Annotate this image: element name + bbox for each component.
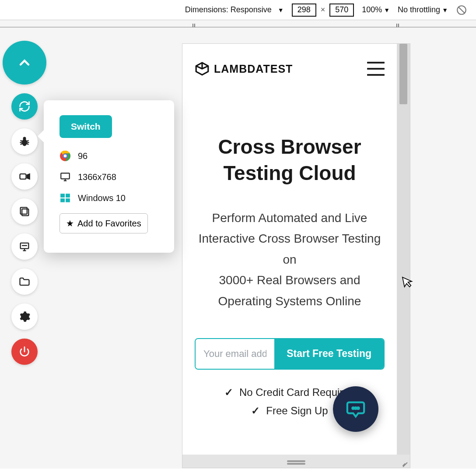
- hero-title: Cross Browser Testing Cloud: [182, 134, 397, 187]
- device-frame: LAMBDATEST Cross Browser Testing Cloud P…: [182, 43, 410, 468]
- collapse-panel-button[interactable]: [3, 41, 46, 85]
- favorites-label: Add to Favorites: [77, 219, 141, 229]
- session-popover: Switch 96 1366x768 Windows 10 ★ Add to F…: [44, 100, 174, 253]
- hero-sub-line1: Perform Automated and Live Interactive C…: [199, 211, 381, 246]
- files-button[interactable]: [11, 268, 38, 295]
- settings-button[interactable]: [11, 304, 38, 330]
- svg-line-5: [27, 141, 29, 141]
- star-icon: ★: [66, 218, 74, 229]
- caret-down-icon: ▼: [384, 7, 390, 14]
- width-input[interactable]: [292, 4, 316, 17]
- hero-title-line2: Testing Cloud: [223, 162, 356, 184]
- check-icon: ✓: [224, 386, 233, 398]
- signup-row: Start Free Testing: [195, 338, 385, 370]
- throttling-dropdown[interactable]: No throttling ▼: [398, 5, 448, 14]
- caret-down-icon: ▼: [442, 7, 448, 14]
- os-value: Windows 10: [78, 193, 126, 203]
- svg-point-2: [22, 139, 27, 146]
- dimensions-preset-dropdown[interactable]: Dimensions: Responsive ▼: [185, 5, 284, 14]
- zoom-dropdown[interactable]: 100% ▼: [362, 5, 390, 14]
- browser-version: 96: [78, 151, 88, 161]
- resize-handle-icon[interactable]: [399, 457, 409, 467]
- resolution-row: 1366x768: [60, 171, 158, 183]
- svg-point-28: [352, 407, 354, 409]
- svg-rect-13: [21, 208, 27, 214]
- svg-line-6: [21, 144, 23, 145]
- ruler: [0, 20, 476, 28]
- project-device-button[interactable]: [11, 233, 38, 260]
- browser-row: 96: [60, 150, 158, 162]
- perk-text: Free Sign Up: [266, 405, 328, 417]
- workspace: Switch 96 1366x768 Windows 10 ★ Add to F…: [0, 28, 476, 469]
- windows-icon: [60, 192, 71, 204]
- dimensions-label: Dimensions: Responsive: [185, 5, 272, 14]
- svg-rect-25: [66, 194, 70, 198]
- chrome-icon: [60, 150, 71, 162]
- page-header: LAMBDATEST: [182, 44, 397, 87]
- svg-marker-11: [27, 174, 30, 179]
- viewport-vertical-scrollbar[interactable]: [397, 44, 410, 455]
- svg-point-29: [355, 407, 357, 409]
- svg-rect-21: [61, 173, 70, 179]
- dimension-separator: ×: [321, 5, 326, 14]
- svg-rect-24: [60, 194, 65, 198]
- add-to-favorites-button[interactable]: ★ Add to Favorites: [60, 213, 148, 233]
- rotate-button[interactable]: [456, 4, 467, 16]
- viewport-bottom-handle[interactable]: [182, 455, 410, 468]
- end-session-button[interactable]: [11, 339, 38, 365]
- hero-sub-line3: 3000+ Real Browsers and Operating System…: [218, 273, 361, 308]
- start-free-testing-button[interactable]: Start Free Testing: [274, 339, 384, 369]
- svg-rect-27: [66, 198, 70, 202]
- logo-mark-icon: [195, 61, 210, 76]
- height-input[interactable]: [329, 4, 354, 17]
- svg-line-7: [27, 144, 29, 145]
- svg-point-20: [64, 155, 67, 158]
- zoom-value: 100%: [362, 5, 382, 14]
- menu-button[interactable]: [367, 62, 385, 76]
- svg-rect-26: [60, 198, 65, 202]
- caret-down-icon: ▼: [278, 7, 284, 14]
- scrollbar-thumb[interactable]: [399, 44, 407, 104]
- dimensions-inputs: ×: [292, 4, 354, 17]
- email-input[interactable]: [196, 339, 274, 369]
- brand-logo[interactable]: LAMBDATEST: [195, 61, 293, 76]
- chat-widget-button[interactable]: [333, 386, 378, 432]
- svg-line-1: [458, 7, 465, 13]
- hero-subtitle: Perform Automated and Live Interactive C…: [182, 208, 397, 312]
- devtools-device-toolbar: Dimensions: Responsive ▼ × 100% ▼ No thr…: [0, 0, 476, 20]
- hero-sub-line2: on: [283, 253, 296, 266]
- os-row: Windows 10: [60, 192, 158, 204]
- switch-config-button[interactable]: [11, 93, 38, 120]
- check-icon: ✓: [251, 405, 260, 417]
- switch-button[interactable]: Switch: [60, 115, 112, 138]
- svg-point-30: [357, 407, 359, 409]
- svg-rect-12: [22, 209, 28, 215]
- brand-name: LAMBDATEST: [214, 63, 293, 75]
- monitor-icon: [60, 171, 71, 183]
- side-rail: [3, 41, 46, 365]
- screenshot-gallery-button[interactable]: [11, 198, 38, 225]
- hero-title-line1: Cross Browser: [218, 135, 361, 158]
- resolution-value: 1366x768: [78, 172, 116, 182]
- svg-line-4: [21, 141, 23, 141]
- svg-rect-10: [20, 174, 26, 179]
- svg-point-3: [23, 137, 26, 140]
- record-video-button[interactable]: [11, 163, 38, 190]
- device-viewport[interactable]: LAMBDATEST Cross Browser Testing Cloud P…: [182, 44, 397, 455]
- mark-bug-button[interactable]: [11, 128, 38, 155]
- throttling-value: No throttling: [398, 5, 440, 14]
